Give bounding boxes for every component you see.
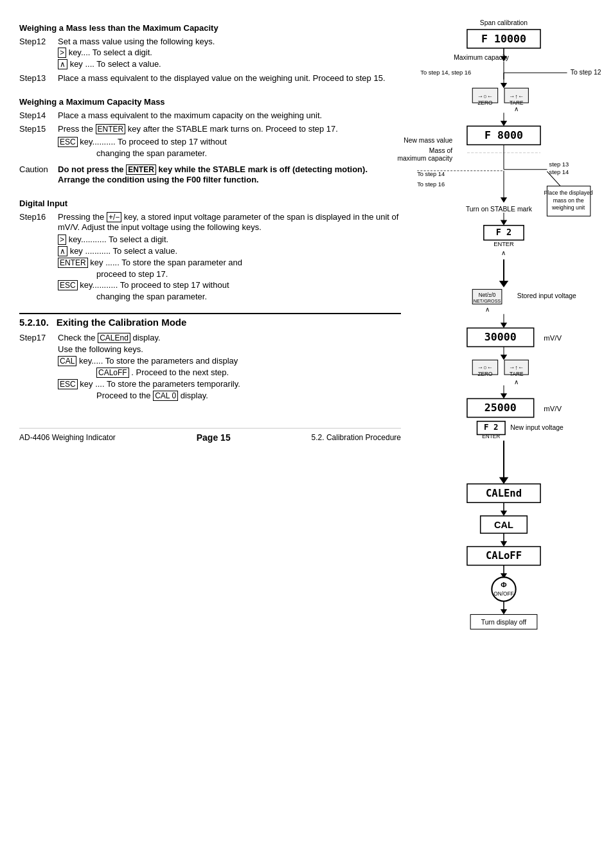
step14-right-label: step 14	[549, 169, 569, 175]
page-number: Page 15	[197, 432, 231, 443]
esc-key-17: ESC	[58, 379, 78, 389]
caret-key-16: ∧	[58, 246, 67, 256]
place-mass-label3: weighing unit	[551, 204, 585, 211]
up-caret-4: ∧	[514, 378, 519, 385]
svg-marker-24	[499, 281, 509, 287]
step-12-row: Step12 Set a mass value using the follow…	[19, 37, 401, 71]
svg-marker-19	[501, 197, 507, 202]
f2-lower-label: F 2	[484, 422, 498, 432]
step-16-label: Step16	[19, 212, 58, 303]
step-12-label: Step12	[19, 37, 58, 71]
caution-label: Caution	[19, 164, 58, 186]
place-mass-label2: mass on the	[553, 197, 584, 204]
greater-key-16: >	[58, 235, 66, 245]
display-f8000: F 8000	[484, 129, 523, 141]
display-25000: 25000	[484, 402, 517, 414]
section-number: 5.2.10.	[19, 317, 49, 328]
calibration-diagram: Span calibration F 10000 Maximum capacit…	[414, 13, 594, 865]
onoff-label: ON/OFF	[493, 590, 513, 597]
svg-marker-21	[501, 220, 507, 226]
turn-stable-label: Turn on STABLE mark	[466, 206, 533, 213]
zero-label: ZERO	[477, 100, 493, 106]
svg-marker-10	[501, 121, 507, 126]
onoff-symbol: Φ	[501, 581, 506, 589]
display-f10000: F 10000	[481, 33, 526, 45]
svg-marker-50	[501, 609, 507, 614]
left-column: Weighing a Mass less than the Maximum Ca…	[19, 13, 407, 867]
step-13-row: Step13 Place a mass equivalent to the di…	[19, 73, 401, 84]
display-30000: 30000	[484, 331, 517, 343]
to-step12-label: To step 12	[571, 69, 601, 76]
step-17-row: Step17 Check the CALEnd display. Use the…	[19, 333, 401, 402]
place-mass-label1: Place the displayed	[544, 190, 592, 196]
stored-voltage-label: Stored input voltage	[517, 292, 576, 299]
cal0-key: CAL 0	[153, 391, 178, 401]
turn-display-off-label: Turn display off	[481, 619, 526, 626]
page-footer: AD-4406 Weighing Indicator Page 15 5.2. …	[19, 428, 401, 443]
zero-btn-2: →○←	[477, 364, 493, 371]
step-12-content: Set a mass value using the following key…	[58, 37, 401, 71]
plusminus-key: +/−	[107, 212, 121, 222]
mass-max-label2: maximum capacity	[397, 155, 453, 162]
caution-content: Do not press the ENTER key while the STA…	[58, 164, 401, 186]
mass-max-label1: Mass of	[429, 147, 452, 154]
step-16-content: Pressing the +/− key, a stored input vol…	[58, 212, 401, 303]
svg-marker-34	[501, 393, 507, 398]
calend-display: CALEnd	[486, 488, 522, 499]
step-15-label: Step15	[19, 124, 58, 159]
up-arrow-1: ∧	[514, 105, 519, 112]
up-caret-3: ∧	[485, 306, 490, 313]
to-step14-label: To step 14	[417, 171, 445, 177]
to-step-14-16-label: To step 14, step 16	[420, 69, 471, 76]
net-sub-label: NET/GROSS	[474, 298, 501, 304]
step-16-row: Step16 Pressing the +/− key, a stored in…	[19, 212, 401, 303]
cal-key: CAL	[58, 356, 76, 366]
greater-key: >	[58, 48, 66, 58]
enter-key-16: ENTER	[58, 258, 88, 268]
footer-right: 5.2. Calibration Procedure	[312, 433, 401, 442]
step13-right-label: step 13	[549, 161, 569, 168]
svg-marker-41	[501, 511, 507, 516]
esc-key-15: ESC	[58, 137, 78, 147]
footer-left: AD-4406 Weighing Indicator	[19, 433, 116, 442]
caret-key: ∧	[58, 59, 67, 69]
caloff-display: CALoFF	[486, 550, 522, 562]
section-heading-1: Weighing a Mass less than the Maximum Ca…	[19, 23, 401, 33]
caloff-key: CALoFF	[96, 368, 129, 378]
cal-btn-display: CAL	[494, 520, 513, 530]
enter-key-caution: ENTER	[126, 164, 156, 175]
esc-key-16: ESC	[58, 280, 78, 290]
mv-label-2: mV/V	[544, 405, 562, 412]
section-heading-2: Weighing a Maximum Capacity Mass	[19, 97, 401, 107]
step-13-content: Place a mass equivalent to the displayed…	[58, 73, 401, 84]
new-input-label: New input voltage	[510, 424, 564, 431]
calend-key: CALEnd	[98, 333, 130, 343]
step-13-label: Step13	[19, 73, 58, 84]
enter-label-upper: ENTER	[493, 241, 514, 247]
new-mass-label: New mass value	[404, 137, 452, 144]
enter-key-15: ENTER	[96, 124, 126, 134]
svg-marker-30	[501, 355, 507, 360]
span-cal-label: Span calibration	[480, 19, 528, 26]
step-14-row: Step14 Place a mass equivalent to the ma…	[19, 111, 401, 121]
tare-btn: →↑←	[509, 93, 524, 100]
net-btn-label: Net/±/0	[479, 292, 496, 298]
step-17-label: Step17	[19, 333, 58, 402]
up-caret-2: ∧	[502, 249, 506, 256]
step-17-content: Check the CALEnd display. Use the follow…	[58, 333, 401, 402]
step-15-content: Press the ENTER key after the STABLE mar…	[58, 124, 401, 159]
mv-label-1: mV/V	[544, 334, 562, 342]
svg-marker-38	[499, 477, 509, 484]
section-heading-digital: Digital Input	[19, 199, 401, 208]
svg-marker-27	[501, 323, 507, 328]
enter-label-lower: ENTER	[482, 433, 500, 439]
zero-btn: →○←	[477, 93, 493, 100]
zero-label-2: ZERO	[477, 371, 493, 377]
caution-row: Caution Do not press the ENTER key while…	[19, 164, 401, 186]
step-14-content: Place a mass equivalent to the maximum c…	[58, 111, 401, 121]
svg-marker-44	[501, 541, 507, 546]
tare-label-2: TARE	[510, 371, 524, 377]
tare-btn-2: →↑←	[509, 364, 524, 371]
max-cap-label: Maximum capacity	[454, 54, 510, 61]
svg-marker-6	[501, 83, 507, 88]
